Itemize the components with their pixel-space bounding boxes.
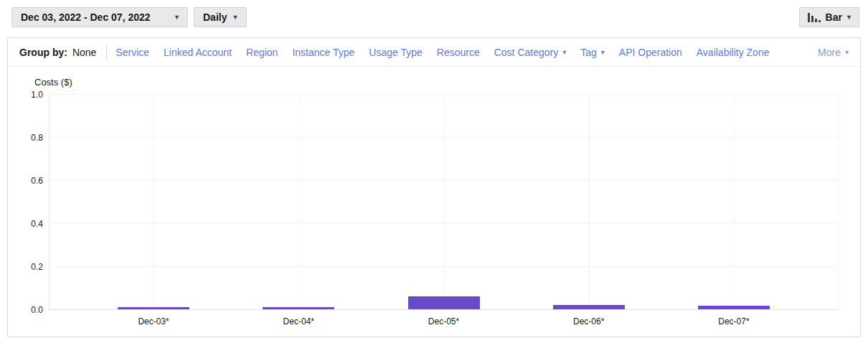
group-by-selected-value: None bbox=[72, 47, 96, 58]
bar-column: Dec-04* bbox=[226, 95, 371, 310]
group-by-link-region[interactable]: Region bbox=[246, 47, 278, 58]
group-by-link-usage-type[interactable]: Usage Type bbox=[369, 47, 422, 58]
group-by-link-linked-account[interactable]: Linked Account bbox=[164, 47, 232, 58]
bar-column: Dec-07* bbox=[661, 95, 806, 310]
x-tick-label: Dec-07* bbox=[718, 316, 749, 326]
y-tick-label: 0.6 bbox=[19, 176, 43, 186]
y-tick-label: 0.8 bbox=[19, 133, 43, 143]
group-by-link-service[interactable]: Service bbox=[115, 47, 149, 58]
group-by-link-tag[interactable]: Tag▾ bbox=[580, 47, 605, 58]
chart-y-axis-title: Costs ($) bbox=[34, 77, 860, 88]
y-tick-label: 1.0 bbox=[19, 90, 43, 100]
group-by-label: Group by: bbox=[19, 47, 67, 58]
h-gridline bbox=[49, 180, 839, 181]
group-by-link-label: Availability Zone bbox=[697, 47, 770, 58]
y-tick-label: 0.0 bbox=[19, 305, 43, 315]
h-gridline bbox=[49, 266, 839, 267]
plot-area: Dec-03*Dec-04*Dec-05*Dec-06*Dec-07* 0.00… bbox=[49, 95, 839, 310]
v-gridline bbox=[154, 95, 154, 310]
chart-type-label: Bar bbox=[826, 11, 842, 23]
granularity-label: Daily bbox=[203, 11, 227, 23]
cost-explorer-card: Group by: None ServiceLinked AccountRegi… bbox=[7, 37, 861, 337]
v-gridline bbox=[734, 95, 735, 310]
group-by-link-label: API Operation bbox=[619, 47, 682, 58]
group-by-link-availability-zone[interactable]: Availability Zone bbox=[697, 47, 770, 58]
x-tick-label: Dec-04* bbox=[283, 316, 314, 326]
v-gridline bbox=[589, 95, 590, 310]
chevron-down-icon: ▾ bbox=[562, 49, 566, 56]
chart-section: Costs ($) Dec-03*Dec-04*Dec-05*Dec-06*De… bbox=[8, 67, 860, 310]
x-tick-label: Dec-03* bbox=[138, 316, 169, 326]
bar-column: Dec-06* bbox=[516, 95, 661, 310]
h-gridline bbox=[49, 94, 839, 95]
x-tick-label: Dec-05* bbox=[428, 316, 459, 326]
bar-column: Dec-03* bbox=[81, 95, 226, 310]
x-tick-label: Dec-06* bbox=[573, 316, 604, 326]
group-by-link-label: Region bbox=[246, 47, 278, 58]
bar-chart-icon bbox=[808, 12, 821, 22]
group-by-link-label: Service bbox=[115, 47, 149, 58]
chevron-down-icon: ▾ bbox=[601, 49, 605, 56]
group-by-link-api-operation[interactable]: API Operation bbox=[619, 47, 682, 58]
date-range-label: Dec 03, 2022 - Dec 07, 2022 bbox=[21, 11, 151, 23]
chevron-down-icon: ▾ bbox=[175, 14, 179, 21]
group-by-link-cost-category[interactable]: Cost Category▾ bbox=[494, 47, 567, 58]
group-by-link-more[interactable]: More▾ bbox=[818, 47, 849, 58]
group-by-link-label: More bbox=[818, 47, 841, 58]
group-by-row: Group by: None ServiceLinked AccountRegi… bbox=[8, 38, 860, 67]
group-by-link-label: Resource bbox=[437, 47, 480, 58]
h-gridline bbox=[49, 223, 839, 224]
vertical-divider bbox=[106, 44, 107, 60]
chart-type-dropdown[interactable]: Bar ▾ bbox=[799, 7, 859, 27]
y-tick-label: 0.4 bbox=[19, 219, 43, 229]
group-by-link-label: Linked Account bbox=[164, 47, 232, 58]
chevron-down-icon: ▾ bbox=[233, 14, 237, 21]
bar-dec-05[interactable] bbox=[408, 296, 480, 310]
group-by-link-instance-type[interactable]: Instance Type bbox=[292, 47, 354, 58]
v-gridline bbox=[298, 95, 299, 310]
chevron-down-icon: ▾ bbox=[847, 14, 851, 21]
granularity-dropdown[interactable]: Daily ▾ bbox=[194, 7, 247, 27]
group-by-link-resource[interactable]: Resource bbox=[437, 47, 480, 58]
group-by-link-label: Cost Category bbox=[494, 47, 558, 58]
date-range-dropdown[interactable]: Dec 03, 2022 - Dec 07, 2022 ▾ bbox=[11, 7, 188, 27]
h-gridline bbox=[49, 137, 839, 138]
y-tick-label: 0.2 bbox=[19, 262, 43, 272]
x-axis-line bbox=[49, 309, 839, 310]
chevron-down-icon: ▾ bbox=[845, 49, 849, 56]
group-by-link-label: Tag bbox=[580, 47, 597, 58]
bar-column: Dec-05* bbox=[371, 95, 516, 310]
v-gridline bbox=[444, 95, 445, 310]
group-by-link-label: Usage Type bbox=[369, 47, 422, 58]
group-by-links: ServiceLinked AccountRegionInstance Type… bbox=[115, 47, 849, 58]
bar-columns: Dec-03*Dec-04*Dec-05*Dec-06*Dec-07* bbox=[49, 95, 839, 310]
group-by-link-label: Instance Type bbox=[292, 47, 354, 58]
toolbar: Dec 03, 2022 - Dec 07, 2022 ▾ Daily ▾ Ba… bbox=[0, 0, 868, 27]
